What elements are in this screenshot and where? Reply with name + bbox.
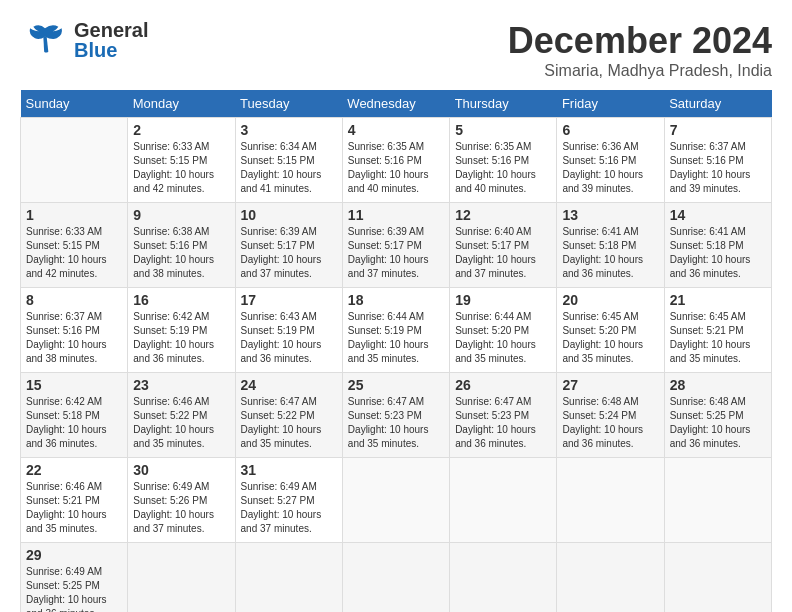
day-info: Sunrise: 6:39 AM Sunset: 5:17 PM Dayligh… — [348, 225, 444, 281]
day-info: Sunrise: 6:45 AM Sunset: 5:20 PM Dayligh… — [562, 310, 658, 366]
day-number: 1 — [26, 207, 122, 223]
day-number: 17 — [241, 292, 337, 308]
day-info: Sunrise: 6:42 AM Sunset: 5:18 PM Dayligh… — [26, 395, 122, 451]
day-info: Sunrise: 6:48 AM Sunset: 5:25 PM Dayligh… — [670, 395, 766, 451]
calendar-cell: 11Sunrise: 6:39 AM Sunset: 5:17 PM Dayli… — [342, 203, 449, 288]
day-number: 30 — [133, 462, 229, 478]
logo-icon — [20, 20, 70, 60]
calendar-cell: 8Sunrise: 6:37 AM Sunset: 5:16 PM Daylig… — [21, 288, 128, 373]
calendar-cell: 18Sunrise: 6:44 AM Sunset: 5:19 PM Dayli… — [342, 288, 449, 373]
day-number: 22 — [26, 462, 122, 478]
day-info: Sunrise: 6:43 AM Sunset: 5:19 PM Dayligh… — [241, 310, 337, 366]
calendar-cell — [128, 543, 235, 613]
calendar-cell: 25Sunrise: 6:47 AM Sunset: 5:23 PM Dayli… — [342, 373, 449, 458]
logo: General Blue — [20, 20, 148, 60]
day-of-week-header: Monday — [128, 90, 235, 118]
calendar-cell: 22Sunrise: 6:46 AM Sunset: 5:21 PM Dayli… — [21, 458, 128, 543]
calendar-cell: 9Sunrise: 6:38 AM Sunset: 5:16 PM Daylig… — [128, 203, 235, 288]
day-info: Sunrise: 6:46 AM Sunset: 5:21 PM Dayligh… — [26, 480, 122, 536]
calendar-cell: 14Sunrise: 6:41 AM Sunset: 5:18 PM Dayli… — [664, 203, 771, 288]
calendar-cell — [664, 458, 771, 543]
calendar-cell: 7Sunrise: 6:37 AM Sunset: 5:16 PM Daylig… — [664, 118, 771, 203]
calendar-cell: 15Sunrise: 6:42 AM Sunset: 5:18 PM Dayli… — [21, 373, 128, 458]
calendar-cell: 13Sunrise: 6:41 AM Sunset: 5:18 PM Dayli… — [557, 203, 664, 288]
calendar-cell: 1Sunrise: 6:33 AM Sunset: 5:15 PM Daylig… — [21, 203, 128, 288]
day-number: 9 — [133, 207, 229, 223]
day-info: Sunrise: 6:33 AM Sunset: 5:15 PM Dayligh… — [26, 225, 122, 281]
day-number: 2 — [133, 122, 229, 138]
calendar-cell: 12Sunrise: 6:40 AM Sunset: 5:17 PM Dayli… — [450, 203, 557, 288]
day-number: 6 — [562, 122, 658, 138]
calendar-cell: 23Sunrise: 6:46 AM Sunset: 5:22 PM Dayli… — [128, 373, 235, 458]
day-number: 8 — [26, 292, 122, 308]
day-info: Sunrise: 6:35 AM Sunset: 5:16 PM Dayligh… — [455, 140, 551, 196]
day-info: Sunrise: 6:36 AM Sunset: 5:16 PM Dayligh… — [562, 140, 658, 196]
calendar-cell — [21, 118, 128, 203]
day-number: 11 — [348, 207, 444, 223]
day-number: 26 — [455, 377, 551, 393]
day-info: Sunrise: 6:37 AM Sunset: 5:16 PM Dayligh… — [670, 140, 766, 196]
calendar-cell: 26Sunrise: 6:47 AM Sunset: 5:23 PM Dayli… — [450, 373, 557, 458]
day-of-week-header: Saturday — [664, 90, 771, 118]
day-number: 3 — [241, 122, 337, 138]
day-number: 4 — [348, 122, 444, 138]
calendar-week-row: 8Sunrise: 6:37 AM Sunset: 5:16 PM Daylig… — [21, 288, 772, 373]
day-number: 7 — [670, 122, 766, 138]
calendar-cell — [450, 543, 557, 613]
calendar-cell: 28Sunrise: 6:48 AM Sunset: 5:25 PM Dayli… — [664, 373, 771, 458]
calendar-cell: 31Sunrise: 6:49 AM Sunset: 5:27 PM Dayli… — [235, 458, 342, 543]
calendar-cell: 3Sunrise: 6:34 AM Sunset: 5:15 PM Daylig… — [235, 118, 342, 203]
day-of-week-header: Thursday — [450, 90, 557, 118]
calendar-cell — [342, 458, 449, 543]
calendar-cell: 6Sunrise: 6:36 AM Sunset: 5:16 PM Daylig… — [557, 118, 664, 203]
location: Simaria, Madhya Pradesh, India — [508, 62, 772, 80]
day-number: 5 — [455, 122, 551, 138]
day-number: 28 — [670, 377, 766, 393]
day-info: Sunrise: 6:47 AM Sunset: 5:22 PM Dayligh… — [241, 395, 337, 451]
calendar-week-row: 15Sunrise: 6:42 AM Sunset: 5:18 PM Dayli… — [21, 373, 772, 458]
calendar-cell: 30Sunrise: 6:49 AM Sunset: 5:26 PM Dayli… — [128, 458, 235, 543]
day-info: Sunrise: 6:33 AM Sunset: 5:15 PM Dayligh… — [133, 140, 229, 196]
day-info: Sunrise: 6:49 AM Sunset: 5:26 PM Dayligh… — [133, 480, 229, 536]
day-info: Sunrise: 6:39 AM Sunset: 5:17 PM Dayligh… — [241, 225, 337, 281]
day-of-week-header: Sunday — [21, 90, 128, 118]
calendar-cell — [557, 543, 664, 613]
calendar-cell: 5Sunrise: 6:35 AM Sunset: 5:16 PM Daylig… — [450, 118, 557, 203]
day-number: 14 — [670, 207, 766, 223]
calendar-cell: 16Sunrise: 6:42 AM Sunset: 5:19 PM Dayli… — [128, 288, 235, 373]
calendar-cell: 2Sunrise: 6:33 AM Sunset: 5:15 PM Daylig… — [128, 118, 235, 203]
logo-text: General Blue — [74, 20, 148, 60]
day-number: 18 — [348, 292, 444, 308]
day-number: 27 — [562, 377, 658, 393]
day-number: 24 — [241, 377, 337, 393]
calendar-cell — [235, 543, 342, 613]
calendar-cell: 10Sunrise: 6:39 AM Sunset: 5:17 PM Dayli… — [235, 203, 342, 288]
day-info: Sunrise: 6:37 AM Sunset: 5:16 PM Dayligh… — [26, 310, 122, 366]
day-info: Sunrise: 6:40 AM Sunset: 5:17 PM Dayligh… — [455, 225, 551, 281]
day-number: 16 — [133, 292, 229, 308]
day-info: Sunrise: 6:45 AM Sunset: 5:21 PM Dayligh… — [670, 310, 766, 366]
calendar-cell — [450, 458, 557, 543]
day-info: Sunrise: 6:49 AM Sunset: 5:25 PM Dayligh… — [26, 565, 122, 612]
day-info: Sunrise: 6:47 AM Sunset: 5:23 PM Dayligh… — [455, 395, 551, 451]
page-header: General Blue December 2024 Simaria, Madh… — [20, 20, 772, 80]
day-info: Sunrise: 6:44 AM Sunset: 5:19 PM Dayligh… — [348, 310, 444, 366]
calendar-cell — [342, 543, 449, 613]
day-number: 19 — [455, 292, 551, 308]
month-title: December 2024 — [508, 20, 772, 62]
calendar-week-row: 1Sunrise: 6:33 AM Sunset: 5:15 PM Daylig… — [21, 203, 772, 288]
day-info: Sunrise: 6:46 AM Sunset: 5:22 PM Dayligh… — [133, 395, 229, 451]
day-number: 10 — [241, 207, 337, 223]
day-number: 31 — [241, 462, 337, 478]
calendar-cell — [557, 458, 664, 543]
calendar-cell: 27Sunrise: 6:48 AM Sunset: 5:24 PM Dayli… — [557, 373, 664, 458]
day-number: 21 — [670, 292, 766, 308]
calendar-week-row: 2Sunrise: 6:33 AM Sunset: 5:15 PM Daylig… — [21, 118, 772, 203]
day-number: 29 — [26, 547, 122, 563]
day-number: 25 — [348, 377, 444, 393]
day-of-week-header: Friday — [557, 90, 664, 118]
day-info: Sunrise: 6:41 AM Sunset: 5:18 PM Dayligh… — [670, 225, 766, 281]
day-info: Sunrise: 6:41 AM Sunset: 5:18 PM Dayligh… — [562, 225, 658, 281]
day-info: Sunrise: 6:48 AM Sunset: 5:24 PM Dayligh… — [562, 395, 658, 451]
day-number: 20 — [562, 292, 658, 308]
